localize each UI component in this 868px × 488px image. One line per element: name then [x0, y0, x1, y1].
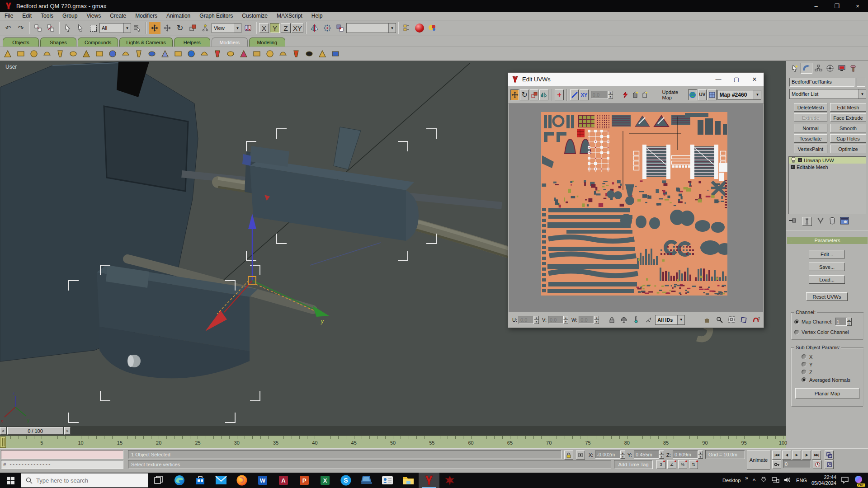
modifier-shortcut-icon-2[interactable]	[15, 48, 27, 60]
reference-coordinate-dropdown[interactable]: View ▼	[212, 23, 241, 33]
align-icon[interactable]	[334, 22, 346, 34]
taskbar-app-edge[interactable]	[169, 473, 190, 488]
show-end-result-icon[interactable]	[802, 217, 812, 226]
snap-toggle-3[interactable]: %	[678, 460, 687, 469]
snap-toggle-2[interactable]: ∠	[667, 460, 676, 469]
taskbar-app-gmax[interactable]	[419, 473, 439, 488]
y-radio[interactable]	[802, 362, 807, 367]
menu-help[interactable]: Help	[307, 13, 327, 19]
maximize-button[interactable]: ❐	[826, 0, 847, 12]
remove-modifier-icon[interactable]	[829, 217, 835, 226]
select-and-scale-icon[interactable]	[187, 22, 198, 34]
modifier-shortcut-icon-10[interactable]	[120, 48, 132, 60]
named-selection-dropdown[interactable]: ▼	[346, 23, 396, 33]
time-slider-track[interactable]: < 0 / 100 >	[0, 426, 786, 436]
pin-stack-icon[interactable]	[788, 216, 797, 226]
u-spinner[interactable]: ▲▼	[534, 316, 539, 324]
selection-filter-dropdown[interactable]: All ▼	[99, 23, 131, 33]
map-channel-field[interactable]: 1	[835, 318, 847, 326]
pan-selected-icon[interactable]	[643, 314, 654, 325]
time-slider-handle[interactable]	[0, 436, 6, 448]
u-field[interactable]: 0.0	[519, 316, 534, 324]
show-map-icon[interactable]	[688, 89, 697, 100]
select-by-name-list-icon[interactable]	[132, 22, 143, 34]
y-coordinate-field[interactable]: 0.455m	[634, 450, 659, 459]
expand-icon[interactable]: +	[791, 165, 795, 169]
min-max-toggle-icon[interactable]	[825, 460, 834, 469]
uv-freeform-icon[interactable]	[570, 89, 579, 100]
uv-move-icon[interactable]	[510, 89, 519, 100]
cap-holes-button[interactable]: Cap Holes	[830, 134, 866, 143]
time-configuration-icon[interactable]	[813, 460, 822, 469]
stack-item-editable-mesh[interactable]: +Editable Mesh	[789, 164, 866, 170]
minimize-button[interactable]: –	[806, 0, 826, 12]
normal-button[interactable]: Normal	[794, 124, 827, 132]
render-icon[interactable]	[426, 22, 438, 34]
maxscript-mini-listener-pink[interactable]	[1, 450, 123, 459]
screen-cast-icon[interactable]	[760, 477, 767, 484]
stack-item-unwrap-uvw[interactable]: +Unwrap UVW	[789, 157, 866, 164]
taskbar-app-excel[interactable]: X	[315, 473, 335, 488]
face-extrude-button[interactable]: Face Extrude	[830, 113, 866, 122]
uv-zoom-icon[interactable]	[714, 314, 725, 325]
clock[interactable]: 22:44 05/04/2024	[811, 474, 836, 486]
restrict-x-button[interactable]: X	[259, 23, 269, 33]
modifier-shortcut-icon-11[interactable]	[133, 48, 145, 60]
animate-button[interactable]: Animate	[747, 450, 770, 469]
y-spinner[interactable]: ▲▼	[659, 450, 664, 459]
modifier-shortcut-icon-19[interactable]	[238, 48, 250, 60]
prev-frame-button[interactable]: ◀|	[782, 450, 791, 460]
modifier-shortcut-icon-26[interactable]	[330, 48, 341, 60]
tab-shapes[interactable]: Shapes	[40, 38, 76, 47]
z-spinner[interactable]: ▲▼	[698, 450, 703, 459]
select-and-link-icon[interactable]	[32, 22, 44, 34]
modifier-shortcut-icon-14[interactable]	[173, 48, 184, 60]
notification-center-icon[interactable]	[841, 476, 849, 484]
select-and-move-icon[interactable]	[149, 22, 160, 34]
restrict-z-button[interactable]: Z	[281, 23, 291, 33]
select-and-rotate-icon[interactable]: ↻	[174, 22, 186, 34]
selection-lock-icon[interactable]	[564, 450, 573, 460]
copilot-icon[interactable]: PRE	[854, 475, 863, 486]
modifier-shortcut-icon-18[interactable]	[225, 48, 236, 60]
load-uvws-button[interactable]: Load...	[809, 275, 845, 284]
utilities-tab-icon[interactable]	[848, 63, 859, 74]
modifier-shortcut-icon-6[interactable]	[68, 48, 79, 60]
menu-group[interactable]: Group	[58, 13, 82, 19]
menu-animation[interactable]: Animation	[162, 13, 195, 19]
configure-modifier-sets-icon[interactable]	[840, 217, 849, 226]
menu-customize[interactable]: Customize	[237, 13, 272, 19]
tab-lights-cameras[interactable]: Lights & Cameras	[119, 38, 172, 47]
modifier-shortcut-icon-17[interactable]	[212, 48, 223, 60]
restrict-y-button[interactable]: Y	[270, 23, 280, 33]
uv-add-icon[interactable]: +	[555, 89, 563, 100]
uv-zoom-extents-icon[interactable]	[738, 314, 749, 325]
modify-tab-icon[interactable]	[801, 63, 812, 74]
hidden-icons-chevron[interactable]: ^	[753, 477, 755, 484]
hide-selected-icon[interactable]	[618, 314, 629, 325]
uv-editor-canvas-area[interactable]	[509, 103, 763, 312]
menu-graph-editors[interactable]: Graph Editors	[195, 13, 237, 19]
dialog-minimize-icon[interactable]: —	[709, 73, 727, 86]
reset-uvws-button[interactable]: Reset UVWs	[806, 292, 848, 301]
modifier-shortcut-icon-8[interactable]	[94, 48, 105, 60]
extrude-button[interactable]: Extrude	[794, 113, 827, 122]
dialog-close-icon[interactable]: ✕	[745, 73, 764, 86]
object-name-field[interactable]: BedfordFuelTanks	[789, 78, 854, 87]
edit-uvws-button[interactable]: Edit...	[809, 250, 845, 258]
vertex-color-channel-radio[interactable]	[794, 330, 799, 335]
modifier-shortcut-icon-1[interactable]	[2, 48, 14, 60]
rectangular-selection-region-icon[interactable]	[87, 22, 99, 34]
taskbar-app-remote-desktop[interactable]	[356, 473, 377, 488]
v-spinner[interactable]: ▲▼	[563, 316, 568, 324]
modifier-shortcut-icon-7[interactable]	[81, 48, 92, 60]
modifier-list-dropdown[interactable]: Modifier List ▼	[789, 89, 866, 99]
modifier-shortcut-icon-16[interactable]	[199, 48, 210, 60]
uv-zoom-region-icon[interactable]	[726, 314, 737, 325]
taskbar-search[interactable]	[21, 473, 148, 488]
material-editor-icon[interactable]	[414, 22, 425, 34]
track-bar[interactable]: 5101520253035404550556065707580859095100	[0, 436, 786, 448]
restrict-xy-plane-button[interactable]: XY	[292, 23, 303, 33]
object-color-swatch[interactable]	[857, 78, 865, 87]
expand-icon[interactable]: +	[798, 158, 802, 162]
